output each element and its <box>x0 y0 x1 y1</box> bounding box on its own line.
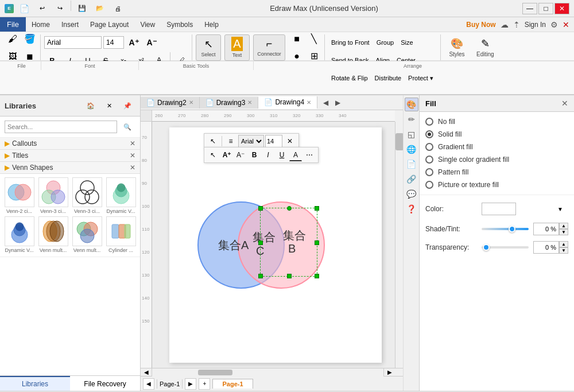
ft2-paint-btn[interactable]: ⋯ <box>303 149 316 161</box>
new-btn[interactable]: 📄 <box>16 1 32 17</box>
h-scroll-right[interactable]: ▶ <box>383 368 395 377</box>
ri-comment-btn[interactable]: 💬 <box>405 187 418 201</box>
tab-libraries[interactable]: Libraries <box>0 376 70 391</box>
ft2-text-color[interactable]: A <box>289 149 302 161</box>
tab-drawing4[interactable]: 📄 Drawing4 ✕ <box>258 96 317 109</box>
group-btn[interactable]: Group <box>374 34 397 51</box>
editing-btn[interactable]: ✎ Editing <box>472 36 499 59</box>
sidebar-search-btn[interactable]: 🔍 <box>119 119 135 135</box>
save-btn[interactable]: 💾 <box>74 1 90 17</box>
shape-venn3b[interactable]: Venn-3 ci... <box>71 177 103 214</box>
tab-drawing3-close[interactable]: ✕ <box>247 99 252 106</box>
ft-cursor-btn[interactable]: ↖ <box>207 135 219 148</box>
line-btn[interactable]: ╲ <box>306 31 322 47</box>
ft2-font-increase[interactable]: A⁺ <box>220 149 233 161</box>
protect-btn[interactable]: Protect ▾ <box>405 70 436 86</box>
handle-bot-right[interactable] <box>315 274 319 278</box>
shape-dynamic2[interactable]: Dynamic V... <box>3 216 35 253</box>
distribute-btn[interactable]: Distribute <box>372 70 404 86</box>
ft2-font-decrease[interactable]: A⁻ <box>234 149 247 161</box>
shape-venn2[interactable]: Venn-2 ci... <box>3 177 35 214</box>
shape-dynamic1[interactable]: Dynamic V... <box>105 177 137 214</box>
redo-btn[interactable]: ↪ <box>52 1 68 17</box>
menu-home[interactable]: Home <box>26 18 56 31</box>
ri-globe-btn[interactable]: 🌐 <box>405 142 418 156</box>
fill-option-gradient[interactable]: Gradient fill <box>425 143 568 151</box>
drawing-area[interactable]: ↖ ≡ Arial ✕ ↖ A⁺ <box>152 122 395 368</box>
cloud-icon[interactable]: ☁ <box>501 20 509 29</box>
ft2-underline-btn[interactable]: U <box>276 149 288 161</box>
brush-btn[interactable]: 🖌 <box>5 31 21 47</box>
ft-size-input[interactable] <box>265 135 282 148</box>
styles-btn[interactable]: 🎨 Styles <box>444 36 470 59</box>
minimize-btn[interactable]: — <box>522 3 537 14</box>
ft-font-select[interactable]: Arial <box>238 135 264 148</box>
text-tool-btn[interactable]: A Text <box>224 34 250 61</box>
handle-top-left[interactable] <box>258 206 263 211</box>
select-tool-btn[interactable]: ↖ Select <box>196 34 221 61</box>
sign-in-btn[interactable]: Sign In <box>525 21 546 29</box>
fill-option-solid[interactable]: Solid fill <box>425 130 568 138</box>
handle-bot-center[interactable] <box>287 274 292 278</box>
color-dropdown-btn[interactable]: ▼ <box>552 201 568 217</box>
shade-up-btn[interactable]: ▲ <box>559 223 568 229</box>
page-add-btn[interactable]: + <box>199 378 210 390</box>
transparency-value[interactable]: 0 % <box>533 241 559 254</box>
paint-btn[interactable]: 🪣 <box>22 31 38 47</box>
ri-help-btn[interactable]: ❓ <box>405 202 418 216</box>
connector-tool-btn[interactable]: ⌐ Connector <box>253 34 285 61</box>
bring-front-btn[interactable]: Bring to Front <box>328 34 373 51</box>
page-next-btn[interactable]: ▶ <box>185 378 196 390</box>
handle-bot-left[interactable] <box>258 274 263 278</box>
shade-down-btn[interactable]: ▼ <box>559 229 568 235</box>
handle-top-right[interactable] <box>315 206 319 211</box>
fill-panel-close-btn[interactable]: ✕ <box>561 99 568 108</box>
share-icon[interactable]: ⇡ <box>513 20 520 29</box>
sidebar-search-input[interactable] <box>5 121 117 133</box>
handle-mid-right[interactable] <box>315 240 319 245</box>
handle-mid-left[interactable] <box>258 240 263 245</box>
page-tab-1[interactable]: Page-1 <box>212 379 253 389</box>
ri-pencil-btn[interactable]: ✏ <box>405 112 418 126</box>
fill-option-pattern[interactable]: Pattern fill <box>425 168 568 176</box>
fill-option-texture[interactable]: Picture or texture fill <box>425 181 568 189</box>
v-scroll-thumb[interactable] <box>395 133 403 150</box>
venn-close-btn[interactable]: ✕ <box>130 164 135 172</box>
print-btn[interactable]: 🖨 <box>110 1 126 17</box>
handle-top-center[interactable] <box>287 206 292 211</box>
tab-file-recovery[interactable]: File Recovery <box>70 376 140 391</box>
transparency-slider[interactable] <box>482 246 529 249</box>
color-swatch-btn[interactable] <box>482 203 516 215</box>
shape-venn3a[interactable]: Venn-3 ci... <box>37 177 69 214</box>
tab-prev-arrow[interactable]: ◀ <box>320 99 332 107</box>
sidebar-pin-btn[interactable]: 📌 <box>119 98 135 114</box>
sidebar-category-venn[interactable]: ▶ Venn Shapes ✕ <box>0 162 140 174</box>
ft-align-btn[interactable]: ≡ <box>224 135 237 148</box>
page-prev-btn[interactable]: ◀ <box>143 378 154 390</box>
sidebar-home-btn[interactable]: 🏠 <box>83 98 99 114</box>
ft2-italic-btn[interactable]: I <box>262 149 274 161</box>
open-btn[interactable]: 📂 <box>92 1 108 17</box>
ri-fill-btn[interactable]: 🎨 <box>405 98 418 111</box>
shade-thumb[interactable] <box>509 226 515 232</box>
sidebar-close-btn[interactable]: ✕ <box>101 98 117 114</box>
menu-view[interactable]: View <box>134 18 161 31</box>
fill-option-none[interactable]: No fill <box>425 118 568 126</box>
font-increase-btn[interactable]: A⁺ <box>126 34 142 51</box>
rect-btn[interactable]: ■ <box>289 31 305 47</box>
rotate-btn[interactable]: Rotate & Flip <box>328 70 371 86</box>
size-btn[interactable]: Size <box>398 34 416 51</box>
menu-symbols[interactable]: Symbols <box>161 18 199 31</box>
shade-value[interactable]: 0 % <box>533 223 559 235</box>
ft-close-btn[interactable]: ✕ <box>284 135 296 148</box>
h-scroll-thumb[interactable] <box>198 370 232 375</box>
shade-slider[interactable] <box>482 228 529 230</box>
undo-btn[interactable]: ↩ <box>34 1 50 17</box>
vertical-scrollbar[interactable] <box>395 122 403 368</box>
ri-shadow-btn[interactable]: ◱ <box>405 127 418 141</box>
ft2-cursor-btn[interactable]: ↖ <box>207 149 219 161</box>
buy-now-btn[interactable]: Buy Now <box>466 21 495 29</box>
tab-drawing2-close[interactable]: ✕ <box>189 99 193 106</box>
tab-drawing4-close[interactable]: ✕ <box>307 99 311 106</box>
venn-diagram[interactable]: 集合A 集合 B 集合 C <box>192 196 330 296</box>
